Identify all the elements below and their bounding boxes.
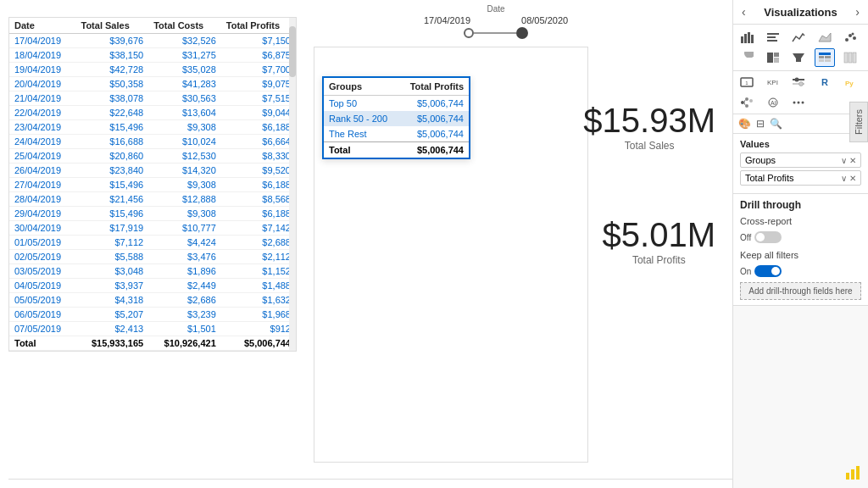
cross-report-toggle-switch[interactable] <box>754 231 782 243</box>
chip-groups-remove[interactable]: ✕ <box>849 156 856 165</box>
svg-rect-44 <box>851 469 854 480</box>
table-row[interactable]: 23/04/2019$15,496$9,308$6,188 <box>9 120 296 135</box>
value-chip-profits[interactable]: Total Profits ∨ ✕ <box>740 170 861 186</box>
viz-icon-treemap[interactable] <box>763 48 783 67</box>
viz-icon-card[interactable]: 1 <box>737 73 757 92</box>
value-chip-groups[interactable]: Groups ∨ ✕ <box>740 152 861 168</box>
table-row[interactable]: 06/05/2019$5,207$3,239$1,968 <box>9 308 296 322</box>
format-icon-paint[interactable]: 🎨 <box>738 118 751 130</box>
popup-total-row: Total$5,006,744 <box>324 142 469 158</box>
cross-report-row: Cross-report <box>740 216 861 226</box>
slicer-right-handle[interactable] <box>516 27 528 39</box>
table-row[interactable]: 27/04/2019$15,496$9,308$6,188 <box>9 178 296 192</box>
table-row[interactable]: 18/04/2019$38,150$31,275$6,875 <box>9 48 296 63</box>
table-row[interactable]: 21/04/2019$38,078$30,563$7,515 <box>9 92 296 106</box>
svg-point-40 <box>793 102 796 104</box>
chip-profits-dropdown[interactable]: ∨ <box>841 174 847 183</box>
popup-table-row[interactable]: Top 50$5,006,744 <box>324 96 469 112</box>
table-row[interactable]: 24/04/2019$16,688$10,024$6,664 <box>9 135 296 149</box>
drill-through-title: Drill through <box>740 199 861 211</box>
svg-rect-16 <box>819 56 824 58</box>
table-row[interactable]: 26/04/2019$23,840$14,320$9,520 <box>9 164 296 178</box>
table-row[interactable]: 01/05/2019$7,112$4,424$2,688 <box>9 236 296 250</box>
scroll-thumb[interactable] <box>289 26 296 77</box>
viz-icon-bar[interactable] <box>737 28 757 47</box>
viz-icon-pie[interactable] <box>737 48 757 67</box>
drill-through-section: Drill through Cross-report Off Keep all … <box>733 194 868 306</box>
col-total-sales[interactable]: Total Sales <box>75 18 148 34</box>
table-row[interactable]: 04/05/2019$3,937$2,449$1,488 <box>9 279 296 293</box>
svg-text:1: 1 <box>745 80 748 86</box>
viz-icon-more-vis[interactable] <box>788 93 809 112</box>
popup-table: Groups Total Profits Top 50$5,006,744Ran… <box>322 76 470 159</box>
svg-point-35 <box>749 99 753 103</box>
svg-rect-12 <box>774 53 779 57</box>
keep-filters-row: Keep all filters <box>740 250 861 260</box>
svg-text:KPI: KPI <box>767 79 778 86</box>
chip-groups-dropdown[interactable]: ∨ <box>841 156 847 165</box>
add-drill-through-fields[interactable]: Add drill-through fields here <box>740 282 861 300</box>
col-total-profits[interactable]: Total Profits <box>221 18 296 34</box>
table-row[interactable]: 07/05/2019$2,413$1,501$912 <box>9 322 296 336</box>
filters-tab[interactable]: Filters <box>849 102 868 142</box>
svg-point-33 <box>745 97 748 101</box>
viz-icon-area[interactable] <box>815 28 835 47</box>
slicer-left-handle[interactable] <box>464 28 474 38</box>
scrollbar[interactable] <box>289 18 296 351</box>
cross-report-state: Off <box>740 233 751 242</box>
keep-filters-toggle-switch[interactable] <box>754 265 782 277</box>
viz-icon-slicer[interactable] <box>788 73 809 92</box>
viz-icons-row1 <box>733 25 868 71</box>
date-slicer[interactable]: Date 17/04/2019 08/05/2020 <box>424 4 568 39</box>
viz-icon-kpi[interactable]: KPI <box>763 73 783 92</box>
table-row[interactable]: 28/04/2019$21,456$12,888$8,568 <box>9 192 296 207</box>
date-slicer-dates: 17/04/2019 08/05/2020 <box>424 15 568 25</box>
chip-groups-text: Groups <box>745 155 776 165</box>
format-icon-filter[interactable]: ⊟ <box>756 118 765 130</box>
chip-profits-remove[interactable]: ✕ <box>849 174 856 183</box>
viz-icon-bar2[interactable] <box>763 28 783 47</box>
col-total-costs[interactable]: Total Costs <box>148 18 221 34</box>
table-row[interactable]: 20/04/2019$50,358$41,283$9,075 <box>9 77 296 92</box>
table-row[interactable]: 22/04/2019$22,648$13,604$9,044 <box>9 106 296 120</box>
date-end: 08/05/2020 <box>521 15 568 25</box>
format-icon-search[interactable]: 🔍 <box>770 118 782 130</box>
viz-icon-r[interactable]: R <box>815 73 835 92</box>
date-start: 17/04/2019 <box>424 15 470 25</box>
viz-icon-funnel[interactable] <box>788 48 809 67</box>
table-total-row: Total$15,933,165$10,926,421$5,006,744 <box>9 336 296 351</box>
keep-filters-toggle[interactable]: On <box>740 265 861 277</box>
svg-point-32 <box>741 101 744 104</box>
table-row[interactable]: 05/05/2019$4,318$2,686$1,632 <box>9 293 296 308</box>
table-row[interactable]: 03/05/2019$3,048$1,896$1,152 <box>9 264 296 279</box>
svg-rect-18 <box>819 59 824 62</box>
svg-line-37 <box>744 103 745 105</box>
cross-report-toggle[interactable]: Off <box>740 231 861 243</box>
kpi-profits: $5.01M Total Profits <box>603 216 715 266</box>
viz-nav-left[interactable]: ‹ <box>740 5 748 19</box>
date-slicer-label: Date <box>487 4 505 14</box>
table-row[interactable]: 19/04/2019$42,728$35,028$7,700 <box>9 63 296 77</box>
svg-rect-15 <box>819 53 831 55</box>
viz-icon-py[interactable]: Py <box>840 73 860 92</box>
popup-table-row[interactable]: Rank 50 - 200$5,006,744 <box>324 111 469 126</box>
viz-icon-table[interactable] <box>815 48 835 67</box>
table-row[interactable]: 29/04/2019$15,496$9,308$6,188 <box>9 207 296 221</box>
keep-filters-label: Keep all filters <box>740 250 798 260</box>
table-row[interactable]: 02/05/2019$5,588$3,476$2,112 <box>9 250 296 264</box>
viz-icon-smart[interactable]: AI <box>763 93 783 112</box>
svg-point-8 <box>849 34 852 37</box>
viz-icon-scatter[interactable] <box>840 28 860 47</box>
main-table: Date Total Sales Total Costs Total Profi… <box>8 17 297 352</box>
table-row[interactable]: 17/04/2019$39,676$32,526$7,150 <box>9 34 296 48</box>
table-row[interactable]: 25/04/2019$20,860$12,530$8,330 <box>9 149 296 164</box>
popup-table-row[interactable]: The Rest$5,006,744 <box>324 126 469 142</box>
keep-filters-state: On <box>740 267 751 276</box>
date-slicer-bar[interactable] <box>464 27 528 39</box>
table-row[interactable]: 30/04/2019$17,919$10,777$7,142 <box>9 221 296 236</box>
viz-icon-decomp[interactable] <box>737 93 757 112</box>
viz-icon-line[interactable] <box>788 28 809 47</box>
viz-icon-matrix[interactable] <box>840 48 860 67</box>
col-date[interactable]: Date <box>9 18 75 34</box>
viz-nav-right[interactable]: › <box>854 5 861 19</box>
